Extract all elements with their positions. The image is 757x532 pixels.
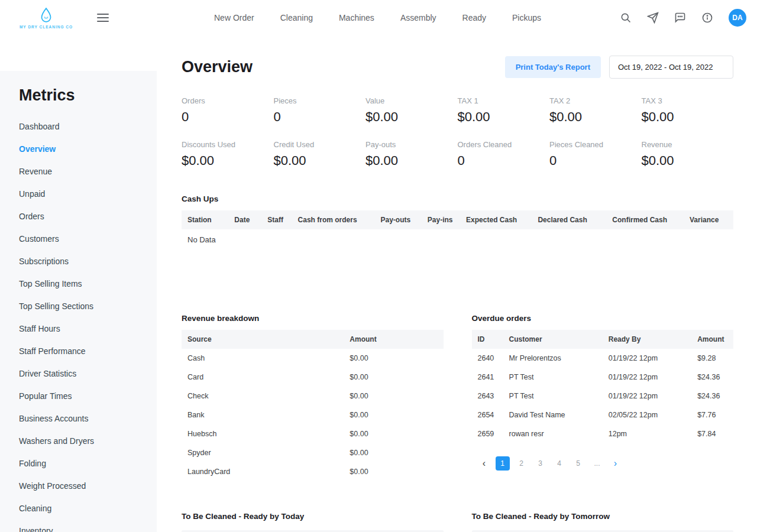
topbar-icons: DA (620, 9, 746, 27)
stat-value: Value $0.00 (365, 96, 458, 125)
table-row: Huebsch $0.00 (182, 424, 444, 443)
sidebar-item-customers[interactable]: Customers (19, 228, 138, 250)
table-row: Bank $0.00 (182, 406, 444, 424)
table-row: LaundryCard $0.00 (182, 462, 444, 481)
sidebar-item-staff-performance[interactable]: Staff Performance (19, 340, 138, 362)
pagination-page-3[interactable]: 3 (533, 456, 548, 471)
sidebar-item-inventory[interactable]: Inventory (19, 520, 138, 532)
sidebar-item-unpaid[interactable]: Unpaid (19, 183, 138, 205)
page-title: Overview (182, 58, 253, 76)
sidebar-item-popular-times[interactable]: Popular Times (19, 385, 138, 407)
nav-cleaning[interactable]: Cleaning (280, 13, 313, 22)
table-row[interactable]: 2654 David Test Name 02/05/22 12pm $7.76 (472, 406, 734, 424)
sidebar-item-orders[interactable]: Orders (19, 205, 138, 228)
sidebar-item-revenue[interactable]: Revenue (19, 160, 138, 183)
stat-pay-outs: Pay-outs $0.00 (365, 140, 458, 168)
stat-revenue: Revenue $0.00 (642, 140, 734, 168)
sidebar-item-driver-statistics[interactable]: Driver Statistics (19, 362, 138, 385)
stat-tax1: TAX 1 $0.00 (458, 96, 550, 125)
cash-ups-empty-state: No Data (182, 229, 733, 250)
table-row: Spyder $0.00 (182, 443, 444, 462)
table-row[interactable]: 2641 PT Test 01/19/22 12pm $24.36 (472, 368, 734, 387)
cash-ups-title: Cash Ups (182, 194, 733, 203)
topbar: MY DRY CLEANING CO New Order Cleaning Ma… (0, 0, 757, 35)
sidebar-item-overview[interactable]: Overview (19, 138, 138, 160)
overdue-orders-title: Overdue orders (472, 314, 734, 323)
sidebar-item-business-accounts[interactable]: Business Accounts (19, 407, 138, 430)
table-row[interactable]: 2640 Mr Prelorentzos 01/19/22 12pm $9.28 (472, 349, 734, 368)
logo-text: MY DRY CLEANING CO (20, 25, 73, 29)
sidebar-item-top-selling-sections[interactable]: Top Selling Sections (19, 295, 138, 317)
pagination-ellipsis[interactable]: ... (590, 456, 604, 471)
chat-icon[interactable] (674, 12, 686, 24)
nav-new-order[interactable]: New Order (214, 13, 254, 22)
metrics-sidebar: Metrics Dashboard Overview Revenue Unpai… (0, 71, 157, 532)
cash-ups-section: Cash Ups Station Date Staff Cash from or… (182, 194, 733, 250)
sidebar-item-weight-processed[interactable]: Weight Processed (19, 475, 138, 497)
date-range-input[interactable] (609, 56, 733, 79)
stat-credit-used: Credit Used $0.00 (274, 140, 366, 168)
revenue-breakdown-title: Revenue breakdown (182, 314, 444, 323)
stat-pieces: Pieces 0 (274, 96, 366, 125)
to-be-cleaned-tomorrow-section: To Be Cleaned - Ready by Tomorrow (472, 512, 734, 532)
cash-ups-table: Station Date Staff Cash from orders Pay-… (182, 210, 733, 229)
table-row: Card $0.00 (182, 368, 444, 387)
droplet-logo-icon (38, 7, 54, 24)
info-icon[interactable] (701, 12, 713, 24)
sidebar-item-subscriptions[interactable]: Subscriptions (19, 250, 138, 273)
table-header-row: Source Amount (182, 330, 444, 349)
pagination-next-icon[interactable]: › (609, 457, 622, 470)
pagination-page-2[interactable]: 2 (515, 456, 529, 471)
to-be-cleaned-today-title: To Be Cleaned - Ready by Today (182, 512, 444, 521)
nav-machines[interactable]: Machines (339, 13, 374, 22)
table-header-row: ID Customer Ready By Amount (472, 330, 734, 349)
print-report-button[interactable]: Print Today's Report (505, 56, 601, 78)
table-row: Check $0.00 (182, 387, 444, 406)
pagination-page-4[interactable]: 4 (552, 456, 567, 471)
stat-orders: Orders 0 (182, 96, 274, 125)
sidebar-item-washers-and-dryers[interactable]: Washers and Dryers (19, 430, 138, 452)
stat-tax3: TAX 3 $0.00 (642, 96, 734, 125)
overview-page: Overview Print Today's Report Orders 0 P… (157, 35, 757, 532)
stat-pieces-cleaned: Pieces Cleaned 0 (549, 140, 642, 168)
sidebar-item-dashboard[interactable]: Dashboard (19, 115, 138, 138)
sidebar-item-staff-hours[interactable]: Staff Hours (19, 317, 138, 340)
nav-ready[interactable]: Ready (462, 13, 486, 22)
sidebar-title: Metrics (19, 86, 138, 105)
stats-grid: Orders 0 Pieces 0 Value $0.00 TAX 1 $0.0… (182, 96, 733, 168)
top-navigation: New Order Cleaning Machines Assembly Rea… (214, 13, 541, 22)
send-icon[interactable] (647, 12, 659, 24)
table-row[interactable]: 2643 PT Test 01/19/22 12pm $24.36 (472, 387, 734, 406)
stat-tax2: TAX 2 $0.00 (549, 96, 642, 125)
avatar[interactable]: DA (729, 9, 746, 27)
sidebar-item-top-selling-items[interactable]: Top Selling Items (19, 273, 138, 295)
pagination-page-1[interactable]: 1 (496, 456, 510, 471)
overdue-orders-table: ID Customer Ready By Amount 2640 Mr Prel… (472, 330, 734, 443)
overdue-orders-section: Overdue orders ID Customer Ready By Amou… (472, 314, 734, 481)
revenue-breakdown-section: Revenue breakdown Source Amount Cash $0.… (182, 314, 444, 481)
app-logo[interactable]: MY DRY CLEANING CO (11, 7, 82, 29)
nav-assembly[interactable]: Assembly (400, 13, 436, 22)
sidebar-item-cleaning[interactable]: Cleaning (19, 497, 138, 520)
revenue-breakdown-table: Source Amount Cash $0.00 Card $0.00 Chec… (182, 330, 444, 481)
table-row: Cash $0.00 (182, 349, 444, 368)
to-be-cleaned-tomorrow-title: To Be Cleaned - Ready by Tomorrow (472, 512, 734, 521)
pagination-prev-icon[interactable]: ‹ (478, 457, 491, 470)
stat-orders-cleaned: Orders Cleaned 0 (458, 140, 550, 168)
table-header-row: Station Date Staff Cash from orders Pay-… (182, 210, 733, 229)
table-row[interactable]: 2659 rowan resr 12pm $7.84 (472, 424, 734, 443)
search-icon[interactable] (620, 12, 632, 24)
to-be-cleaned-today-section: To Be Cleaned - Ready by Today (182, 512, 444, 532)
stat-discounts-used: Discounts Used $0.00 (182, 140, 274, 168)
nav-pickups[interactable]: Pickups (512, 13, 541, 22)
sidebar-item-folding[interactable]: Folding (19, 452, 138, 475)
pagination: ‹ 1 2 3 4 5 ... › (472, 456, 734, 471)
hamburger-menu-icon[interactable] (97, 11, 109, 24)
pagination-page-5[interactable]: 5 (571, 456, 585, 471)
